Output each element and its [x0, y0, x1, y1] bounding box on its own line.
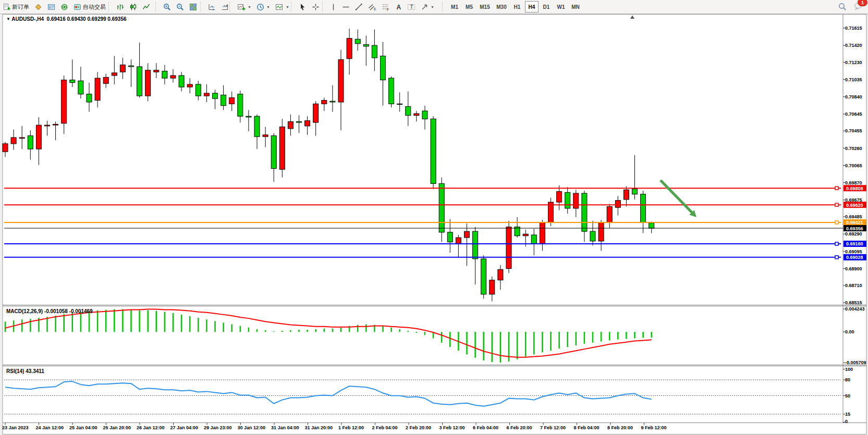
search-icon [838, 3, 847, 11]
candle-body [3, 144, 8, 152]
horizontal-line-icon [342, 3, 350, 11]
candle [439, 177, 444, 242]
candle-body [70, 80, 75, 82]
template-button[interactable]: ▼ [273, 1, 291, 13]
vertical-line-button[interactable] [328, 1, 339, 13]
candle-body [355, 39, 360, 44]
time-tick-label: 29 Jan 23:00 [204, 425, 232, 430]
new-order-button[interactable]: 新订单 [1, 1, 31, 13]
zoom-out-button[interactable] [174, 1, 186, 13]
svg-text:T: T [410, 4, 413, 10]
price-label-text: 0.69180 [846, 241, 863, 246]
candle-body [338, 59, 344, 102]
candlestick-chart-button[interactable] [127, 1, 139, 13]
rsi-indicator-label: RSI(14) 43.3411 [6, 368, 44, 374]
candle-body [137, 67, 142, 96]
candle-body [389, 78, 394, 104]
text-label-icon: T [407, 3, 415, 11]
timeframe-w1[interactable]: W1 [554, 1, 568, 13]
fibonacci-icon: F [382, 3, 390, 11]
candle-body [590, 231, 595, 241]
market-watch-button[interactable] [32, 1, 44, 13]
line-handle[interactable] [835, 221, 838, 224]
candle-body [582, 193, 587, 231]
navigator-button[interactable] [45, 1, 57, 13]
toolbar-separator [108, 2, 112, 11]
candle-body [170, 76, 176, 78]
new-order-icon [3, 3, 10, 10]
horizontal-line-button[interactable] [340, 1, 352, 13]
time-tick-label: 6 Feb 04:00 [473, 425, 498, 430]
timeframe-h1[interactable]: H1 [510, 1, 524, 13]
candle-body [573, 193, 579, 208]
notification-badge[interactable]: 1 [858, 0, 867, 6]
period-button[interactable]: ▼ [254, 1, 272, 13]
trendline-button[interactable] [353, 1, 365, 13]
candle-body [288, 121, 293, 129]
candle-body [112, 73, 117, 76]
time-axis[interactable] [3, 423, 866, 434]
search-button[interactable] [836, 1, 849, 13]
candle-body [279, 127, 285, 170]
timeframe-d1[interactable]: D1 [540, 1, 553, 13]
arrows-icon [421, 3, 429, 11]
toolbar-separator [229, 2, 233, 11]
candle-body [381, 56, 386, 80]
new-chart-button[interactable]: ▼ [235, 1, 253, 13]
text-label-button[interactable]: T [405, 1, 418, 13]
time-tick-label: 8 Feb 04:00 [574, 425, 600, 430]
candle-body [263, 135, 268, 136]
candle [279, 119, 285, 177]
symbol-dropdown-marker[interactable]: ▼ [6, 17, 10, 21]
timeframe-h4[interactable]: H4 [525, 1, 539, 13]
bar-chart-button[interactable] [114, 1, 126, 13]
line-handle[interactable] [835, 203, 838, 206]
auto-scroll-button[interactable] [206, 1, 218, 13]
line-handle[interactable] [835, 187, 838, 190]
timeframe-toolbar: M1 M5 M15 M30 H1 H4 D1 W1 MN [441, 1, 582, 13]
toolbar-right-group: 1 [836, 1, 865, 13]
zoom-out-icon [176, 3, 184, 11]
timeframe-m15[interactable]: M15 [477, 1, 493, 13]
cursor-button[interactable] [297, 1, 309, 13]
candle-body [406, 106, 411, 115]
candle [506, 221, 511, 273]
timeframe-mn[interactable]: MN [569, 1, 582, 13]
crosshair-button[interactable] [310, 1, 322, 13]
tile-windows-button[interactable] [187, 1, 199, 13]
price-label-text: 0.69620 [846, 203, 863, 208]
time-tick-label: 25 Jan 20:00 [103, 425, 131, 430]
price-label-text: 0.69356 [846, 226, 863, 231]
candle-body [330, 101, 335, 102]
candle-body [145, 70, 151, 96]
candle-body [414, 114, 419, 115]
main-toolbar: 新订单 自动交易 [0, 0, 868, 14]
signals-button[interactable] [58, 1, 70, 13]
toolbar-separator [442, 2, 446, 11]
candle-body [347, 39, 352, 59]
autotrading-button[interactable]: 自动交易 [71, 1, 108, 13]
rsi-level-label: 100 [845, 367, 853, 372]
line-price-axis-label: 0.69180 [843, 241, 866, 247]
candle-body [95, 78, 100, 101]
timeframe-m5[interactable]: M5 [462, 1, 476, 13]
toolbar-separator [322, 2, 326, 11]
arrows-button[interactable]: ▼ [419, 1, 436, 13]
candle-body [540, 222, 545, 244]
fibonacci-button[interactable]: F [380, 1, 392, 13]
timeframe-m1[interactable]: M1 [448, 1, 461, 13]
price-label-text: 0.69028 [846, 255, 863, 260]
equidistant-channel-button[interactable]: E [366, 1, 378, 13]
candle-body [221, 95, 226, 105]
price-tick-label: 0.69870 [845, 180, 862, 185]
timeframe-m30[interactable]: M30 [494, 1, 509, 13]
line-chart-button[interactable] [140, 1, 152, 13]
time-tick-label: 9 Feb 12:00 [641, 425, 667, 430]
candle-body [305, 121, 310, 126]
line-handle[interactable] [835, 256, 838, 259]
text-button[interactable]: A [393, 1, 404, 13]
zoom-in-button[interactable] [161, 1, 173, 13]
price-tick-label: 0.70260 [845, 146, 862, 151]
price-tick-label: 0.70065 [845, 163, 862, 168]
line-handle[interactable] [835, 242, 838, 245]
